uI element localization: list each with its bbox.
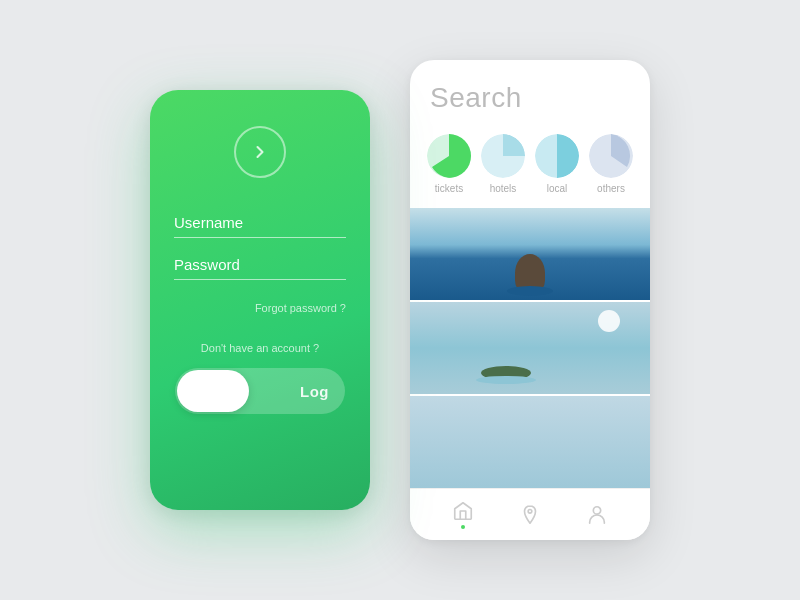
local-circle-icon (535, 134, 579, 178)
image-gallery (410, 208, 650, 488)
category-tickets[interactable]: tickets (427, 134, 471, 194)
username-label: Username (174, 214, 346, 231)
home-active-dot (461, 525, 465, 529)
island-silhouette (481, 366, 531, 380)
slider-knob (177, 370, 249, 412)
nav-profile[interactable] (586, 504, 608, 526)
login-card: Username Password Forgot password ? Don'… (150, 90, 370, 510)
location-pin-icon (519, 504, 541, 526)
category-row: tickets hotels local others (410, 124, 650, 208)
person-icon (586, 504, 608, 526)
password-underline (174, 279, 346, 280)
username-underline (174, 237, 346, 238)
hotels-label: hotels (490, 183, 517, 194)
hotels-circle-icon (481, 134, 525, 178)
search-card: Search tickets hotels local (410, 60, 650, 540)
username-field: Username (174, 214, 346, 238)
nav-home[interactable] (452, 500, 474, 529)
search-header: Search (410, 60, 650, 124)
tickets-circle-icon (427, 134, 471, 178)
tickets-label: tickets (435, 183, 463, 194)
home-icon (452, 500, 474, 522)
no-account-text: Don't have an account ? (201, 342, 319, 354)
svg-point-5 (593, 506, 600, 513)
category-others[interactable]: others (589, 134, 633, 194)
gallery-image-bottom (410, 396, 650, 488)
arrow-button[interactable] (234, 126, 286, 178)
login-label: Log (300, 383, 329, 400)
password-field: Password (174, 256, 346, 280)
nav-location[interactable] (519, 504, 541, 526)
forgot-password-link[interactable]: Forgot password ? (174, 302, 346, 314)
search-title: Search (430, 82, 630, 114)
password-label: Password (174, 256, 346, 273)
sun-reflection (598, 310, 620, 332)
category-local[interactable]: local (535, 134, 579, 194)
category-hotels[interactable]: hotels (481, 134, 525, 194)
gallery-image-middle (410, 302, 650, 394)
gallery-image-top (410, 208, 650, 300)
login-fields: Username Password Forgot password ? (174, 214, 346, 342)
chevron-right-icon (250, 142, 270, 162)
rock-silhouette (515, 254, 545, 292)
others-label: others (597, 183, 625, 194)
login-slider-button[interactable]: Log (175, 368, 345, 414)
bottom-navigation (410, 488, 650, 540)
svg-point-4 (528, 509, 532, 513)
others-circle-icon (589, 134, 633, 178)
local-label: local (547, 183, 568, 194)
